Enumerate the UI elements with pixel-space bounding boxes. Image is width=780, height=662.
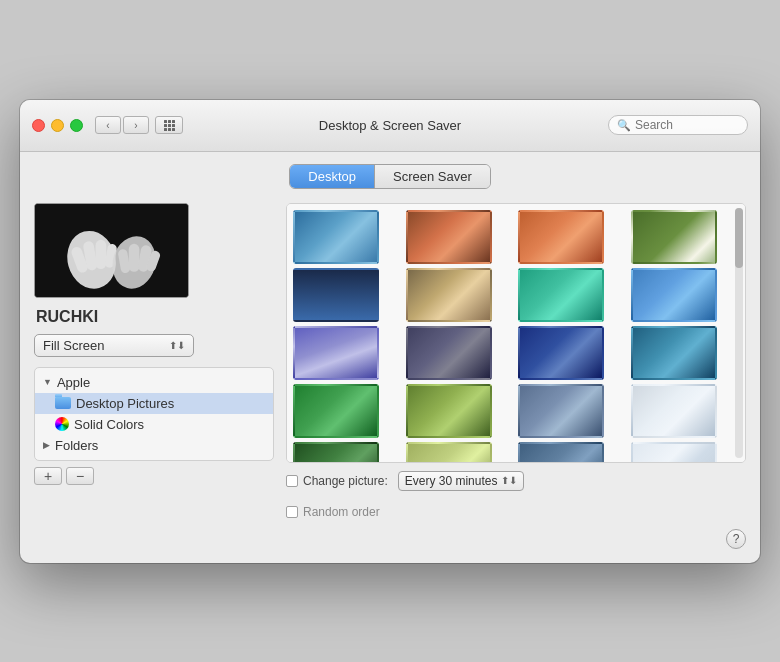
content-area: Desktop Screen Saver: [20, 152, 760, 563]
right-panel: Change picture: Every 30 minutes ⬆⬇ Rand…: [286, 203, 746, 549]
wallpaper-grid: [287, 204, 745, 463]
wallpaper-thumb-10[interactable]: [406, 326, 492, 380]
interval-arrow-icon: ⬆⬇: [501, 475, 517, 486]
maximize-button[interactable]: [70, 119, 83, 132]
wallpaper-thumb-5[interactable]: [293, 268, 379, 322]
svg-rect-7: [129, 243, 140, 271]
grid-view-button[interactable]: [155, 116, 183, 134]
sidebar: ▼ Apple Desktop Pictures Solid Colors ▶ …: [34, 367, 274, 461]
scrollbar[interactable]: [735, 208, 743, 458]
preview-graphic: [35, 204, 188, 297]
sidebar-folders-label: Folders: [55, 438, 98, 453]
wallpaper-thumb-11[interactable]: [518, 326, 604, 380]
sidebar-apple-group[interactable]: ▼ Apple: [35, 372, 273, 393]
random-order-row: Random order: [286, 505, 746, 519]
wallpaper-thumb-1[interactable]: [293, 210, 379, 264]
change-picture-row: Change picture:: [286, 474, 388, 488]
close-button[interactable]: [32, 119, 45, 132]
color-wheel-icon: [55, 417, 69, 431]
search-input[interactable]: [635, 118, 739, 132]
wallpaper-thumb-2[interactable]: [406, 210, 492, 264]
wallpaper-thumb-15[interactable]: [518, 384, 604, 438]
titlebar: ‹ › Desktop & Screen Saver 🔍: [20, 100, 760, 152]
svg-rect-3: [96, 239, 107, 268]
wallpaper-thumb-7[interactable]: [518, 268, 604, 322]
sidebar-item-desktop-pictures[interactable]: Desktop Pictures: [35, 393, 273, 414]
left-panel: RUCHKI Fill Screen ⬆⬇ ▼ Apple Desktop Pi…: [34, 203, 274, 549]
tab-bar: Desktop Screen Saver: [34, 164, 746, 189]
interval-dropdown[interactable]: Every 30 minutes ⬆⬇: [398, 471, 525, 491]
bottom-options: Change picture: Every 30 minutes ⬆⬇ Rand…: [286, 471, 746, 549]
nav-arrows: ‹ ›: [95, 116, 149, 134]
tab-group: Desktop Screen Saver: [289, 164, 490, 189]
window: ‹ › Desktop & Screen Saver 🔍 Desktop Scr…: [20, 100, 760, 563]
interval-label: Every 30 minutes: [405, 474, 498, 488]
change-picture-checkbox[interactable]: [286, 475, 298, 487]
forward-button[interactable]: ›: [123, 116, 149, 134]
wallpaper-thumb-4[interactable]: [631, 210, 717, 264]
wallpaper-thumb-14[interactable]: [406, 384, 492, 438]
traffic-lights: [32, 119, 83, 132]
search-box[interactable]: 🔍: [608, 115, 748, 135]
wallpaper-thumb-19[interactable]: [518, 442, 604, 463]
help-button[interactable]: ?: [726, 529, 746, 549]
fill-dropdown-label: Fill Screen: [43, 338, 104, 353]
sidebar-apple-label: Apple: [57, 375, 90, 390]
preview-image: [35, 204, 188, 297]
sidebar-item-solid-colors[interactable]: Solid Colors: [35, 414, 273, 435]
add-button[interactable]: +: [34, 467, 62, 485]
wallpaper-thumb-6[interactable]: [406, 268, 492, 322]
fill-dropdown[interactable]: Fill Screen ⬆⬇: [34, 334, 194, 357]
tab-desktop[interactable]: Desktop: [290, 165, 375, 188]
main-panel: RUCHKI Fill Screen ⬆⬇ ▼ Apple Desktop Pi…: [34, 203, 746, 549]
random-order-checkbox[interactable]: [286, 506, 298, 518]
folder-icon: [55, 397, 71, 409]
sidebar-folders-group[interactable]: ▶ Folders: [35, 435, 273, 456]
wallpaper-thumb-18[interactable]: [406, 442, 492, 463]
bottom-bar: + −: [34, 467, 274, 485]
search-icon: 🔍: [617, 119, 631, 132]
sidebar-solid-colors-label: Solid Colors: [74, 417, 144, 432]
window-title: Desktop & Screen Saver: [319, 118, 461, 133]
wallpaper-thumb-17[interactable]: [293, 442, 379, 463]
preview-box: [34, 203, 189, 298]
dropdown-arrow-icon: ⬆⬇: [169, 340, 185, 351]
wallpaper-thumb-8[interactable]: [631, 268, 717, 322]
wallpaper-thumb-9[interactable]: [293, 326, 379, 380]
wallpaper-thumb-13[interactable]: [293, 384, 379, 438]
change-picture-label: Change picture:: [303, 474, 388, 488]
sidebar-desktop-pictures-label: Desktop Pictures: [76, 396, 174, 411]
remove-button[interactable]: −: [66, 467, 94, 485]
back-button[interactable]: ‹: [95, 116, 121, 134]
triangle-right-icon: ▶: [43, 440, 50, 450]
tab-screensaver[interactable]: Screen Saver: [375, 165, 490, 188]
wallpaper-thumb-20[interactable]: [631, 442, 717, 463]
scrollbar-thumb[interactable]: [735, 208, 743, 268]
wallpaper-name: RUCHKI: [36, 308, 274, 326]
wallpaper-grid-container[interactable]: [286, 203, 746, 463]
triangle-icon: ▼: [43, 377, 52, 387]
wallpaper-thumb-12[interactable]: [631, 326, 717, 380]
wallpaper-thumb-3[interactable]: [518, 210, 604, 264]
minimize-button[interactable]: [51, 119, 64, 132]
wallpaper-thumb-16[interactable]: [631, 384, 717, 438]
random-order-label: Random order: [303, 505, 380, 519]
